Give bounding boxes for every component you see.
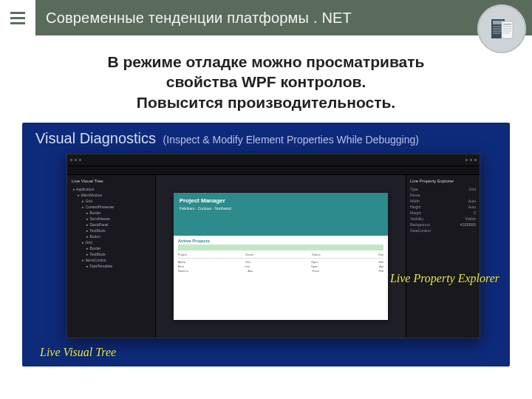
subtitle-line-3: Повысится производительность. — [0, 92, 532, 112]
subtitle-line-2: свойства WPF контролов. — [0, 72, 532, 92]
slide-header: Современные тенденции платформы . NET — [0, 0, 532, 35]
slide-title: Современные тенденции платформы . NET — [35, 0, 532, 35]
tree-node: ▸ Grid — [82, 239, 151, 245]
tree-node: ▸ Border — [86, 210, 151, 216]
tree-node: ▸ DataTemplate — [86, 263, 151, 269]
table-row: BetaLeeOpenApr — [178, 265, 384, 268]
tree-node: ▸ ScrollViewer — [86, 216, 151, 222]
tree-node: ▸ MainWindow — [78, 192, 151, 198]
app-hero-title: Project Manager — [180, 197, 225, 204]
tree-node: ▸ StackPanel — [86, 222, 151, 228]
tree-node: ▸ Border — [86, 245, 151, 251]
hamburger-icon — [10, 12, 25, 24]
slide-subtitle: В режиме отладке можно просматривать сво… — [0, 52, 532, 112]
tree-node: ▸ Grid — [82, 198, 151, 204]
svg-rect-7 — [503, 24, 511, 25]
newspaper-icon — [477, 4, 526, 53]
subtitle-line-1: В режиме отладке можно просматривать — [0, 52, 532, 72]
svg-rect-11 — [503, 33, 509, 34]
app-section-title: Active Projects — [178, 239, 384, 243]
property-row: Name — [410, 192, 476, 198]
live-property-explorer-panel: Live Property Explorer TypeGridNameWidth… — [406, 175, 480, 338]
sample-app-window: Project Manager Fabrikam · Contoso · Nor… — [174, 193, 389, 320]
property-row: HeightAuto — [410, 204, 476, 210]
svg-rect-5 — [493, 33, 500, 34]
svg-rect-9 — [503, 28, 511, 30]
tree-node: ▸ TextBlock — [86, 228, 151, 233]
vs-tabbar — [67, 166, 480, 175]
callout-live-visual-tree: Live Visual Tree — [40, 346, 116, 359]
svg-rect-10 — [503, 30, 511, 32]
property-row: Margin0 — [410, 210, 476, 216]
tree-node: ▸ TextBlock — [86, 251, 151, 257]
app-hero-sub: Fabrikam · Contoso · Northwind — [180, 206, 231, 211]
tree-node: ▸ ContentPresenter — [82, 204, 151, 210]
property-row: DataContext… — [410, 228, 476, 233]
property-row: VisibilityVisible — [410, 216, 476, 222]
app-highlight-strip — [178, 245, 384, 250]
tree-node: ▸ Button — [86, 233, 151, 239]
tree-node: ▸ ItemsControl — [82, 257, 151, 263]
figure-main-title: Visual Diagnostics — [35, 130, 156, 146]
right-panel-title: Live Property Explorer — [410, 178, 476, 184]
callout-live-property-explorer: Live Property Explorer — [390, 272, 499, 285]
figure-sub-title: (Inspect & Modify Element Properties Whi… — [163, 134, 419, 146]
tree-node: ▸ Application — [73, 186, 151, 192]
menu-button[interactable] — [0, 0, 35, 35]
vs-window: Live Visual Tree ▸ Application▸ MainWind… — [66, 154, 480, 338]
table-row: GammaAnaDoneFeb — [178, 269, 384, 273]
table-header: ProjectOwnerStatusDue — [178, 253, 384, 256]
property-row: Background#2E8B8B — [410, 222, 476, 228]
left-panel-title: Live Visual Tree — [72, 178, 151, 184]
svg-rect-8 — [503, 26, 511, 27]
table-row: AlphaKimOpenMar — [178, 260, 384, 264]
vs-titlebar — [67, 154, 480, 166]
property-row: WidthAuto — [410, 198, 476, 204]
figure-title: Visual Diagnostics (Inspect & Modify Ele… — [35, 130, 419, 147]
property-row: TypeGrid — [410, 186, 476, 192]
live-visual-tree-panel: Live Visual Tree ▸ Application▸ MainWind… — [67, 175, 156, 338]
slide-figure: Visual Diagnostics (Inspect & Modify Ele… — [22, 123, 510, 366]
designer-surface: Project Manager Fabrikam · Contoso · Nor… — [156, 175, 406, 338]
